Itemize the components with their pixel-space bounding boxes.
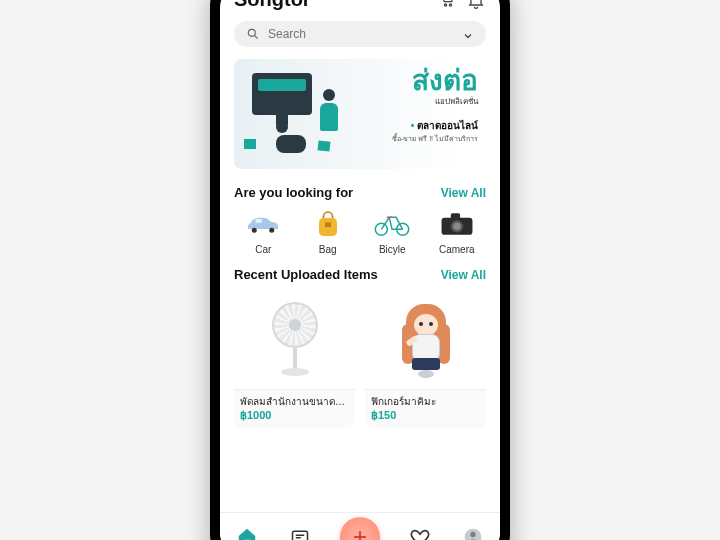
chevron-down-icon[interactable] bbox=[462, 28, 474, 40]
item-image bbox=[234, 290, 355, 390]
search-icon bbox=[246, 27, 260, 41]
item-name: ฟิกเกอร์มาคิมะ bbox=[365, 390, 486, 409]
cart-icon[interactable] bbox=[438, 0, 458, 10]
banner-text: ส่งต่อ แอปพลิเคชั่น ตลาดออนไลน์ ซื้อ-ขาย… bbox=[367, 59, 486, 169]
header-icons bbox=[438, 0, 486, 10]
svg-rect-5 bbox=[256, 219, 262, 223]
item-card-fan[interactable]: พัดลมสำนักงานขนาดใหญ่ ฿1000 bbox=[234, 290, 355, 428]
svg-point-2 bbox=[248, 29, 255, 36]
banner-subhead: แอปพลิเคชั่น bbox=[367, 95, 478, 108]
category-label: Car bbox=[255, 244, 271, 255]
categories-view-all[interactable]: View All bbox=[441, 186, 486, 200]
recent-items-row: พัดลมสำนักงานขนาดใหญ่ ฿1000 ฟิกเกอร์มาคิ… bbox=[234, 290, 486, 428]
bicycle-icon bbox=[372, 208, 412, 240]
nav-profile-icon[interactable] bbox=[459, 523, 487, 541]
svg-point-4 bbox=[270, 228, 275, 233]
category-bag[interactable]: Bag bbox=[299, 208, 358, 255]
svg-rect-7 bbox=[325, 223, 331, 228]
promo-banner[interactable]: ส่งต่อ แอปพลิเคชั่น ตลาดออนไลน์ ซื้อ-ขาย… bbox=[234, 59, 486, 169]
category-car[interactable]: Car bbox=[234, 208, 293, 255]
categories-title: Are you looking for bbox=[234, 185, 353, 200]
car-icon bbox=[243, 208, 283, 240]
app-header: Songtor bbox=[220, 0, 500, 13]
app-title: Songtor bbox=[234, 0, 311, 11]
category-label: Bicyle bbox=[379, 244, 406, 255]
item-price: ฿1000 bbox=[234, 409, 355, 428]
category-label: Camera bbox=[439, 244, 475, 255]
camera-icon bbox=[437, 208, 477, 240]
search-bar[interactable] bbox=[234, 21, 486, 47]
banner-line2: ตลาดออนไลน์ bbox=[367, 118, 478, 133]
category-bicycle[interactable]: Bicyle bbox=[363, 208, 422, 255]
banner-line3: ซื้อ-ขาย ฟรี !! ไม่มีค่าบริการ bbox=[367, 133, 478, 144]
categories-row: Car Bag Bicyle bbox=[234, 208, 486, 255]
item-price: ฿150 bbox=[365, 409, 486, 428]
svg-rect-11 bbox=[451, 213, 460, 219]
item-name: พัดลมสำนักงานขนาดใหญ่ bbox=[234, 390, 355, 409]
nav-add-button[interactable] bbox=[340, 517, 380, 541]
bag-icon bbox=[308, 208, 348, 240]
search-input[interactable] bbox=[268, 27, 454, 41]
nav-favorites-icon[interactable] bbox=[406, 523, 434, 541]
svg-point-0 bbox=[444, 3, 446, 5]
phone-frame: Songtor bbox=[210, 0, 510, 540]
item-card-figure[interactable]: ฟิกเกอร์มาคิมะ ฿150 bbox=[365, 290, 486, 428]
recent-header: Recent Uploaded Items View All bbox=[234, 267, 486, 282]
category-label: Bag bbox=[319, 244, 337, 255]
svg-point-1 bbox=[449, 3, 451, 5]
banner-illustration bbox=[234, 59, 367, 169]
svg-point-13 bbox=[453, 222, 461, 230]
main-content: Are you looking for View All Car Bag bbox=[220, 179, 500, 512]
nav-home-icon[interactable] bbox=[233, 523, 261, 541]
nav-chat-icon[interactable] bbox=[286, 523, 314, 541]
item-image bbox=[365, 290, 486, 390]
recent-view-all[interactable]: View All bbox=[441, 268, 486, 282]
bottom-nav bbox=[220, 512, 500, 540]
category-camera[interactable]: Camera bbox=[428, 208, 487, 255]
app-screen: Songtor bbox=[220, 0, 500, 540]
svg-point-16 bbox=[471, 531, 476, 536]
svg-point-3 bbox=[252, 228, 257, 233]
recent-title: Recent Uploaded Items bbox=[234, 267, 378, 282]
bell-icon[interactable] bbox=[466, 0, 486, 10]
categories-header: Are you looking for View All bbox=[234, 185, 486, 200]
banner-headline: ส่งต่อ bbox=[367, 67, 478, 95]
